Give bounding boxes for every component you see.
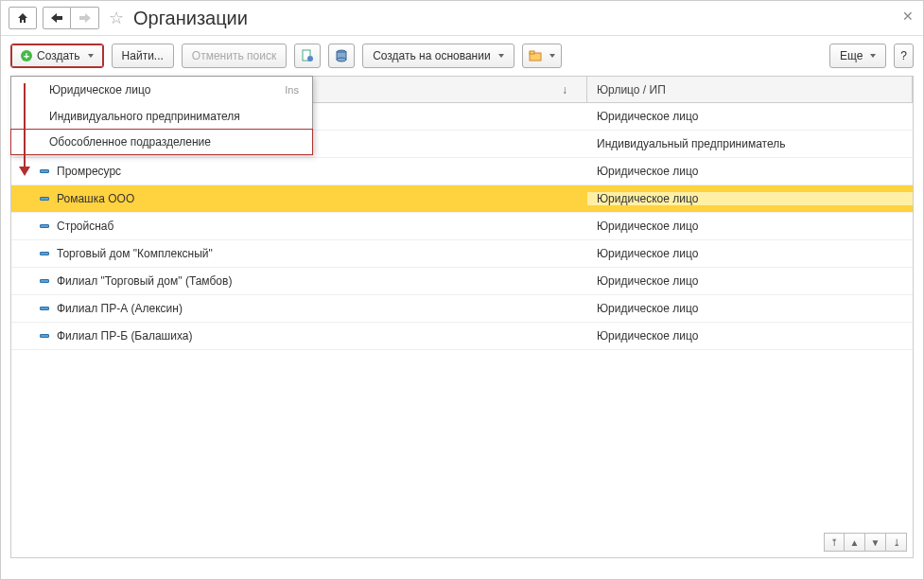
row-icon — [40, 252, 49, 255]
document-icon — [301, 49, 314, 62]
row-name-text: Филиал "Торговый дом" (Тамбов) — [57, 274, 232, 288]
cell-type: Юридическое лицо — [587, 329, 913, 343]
nav-first-button[interactable]: ⤒ — [824, 533, 845, 552]
more-label: Еще — [840, 49, 863, 62]
svg-point-1 — [307, 56, 313, 62]
favorite-icon[interactable]: ☆ — [109, 8, 124, 28]
cell-name: Филиал "Торговый дом" (Тамбов) — [11, 274, 587, 288]
cell-name: Торговый дом "Комплексный" — [11, 247, 587, 260]
cell-type: Юридическое лицо — [587, 274, 913, 288]
cell-type: Юридическое лицо — [587, 220, 913, 233]
row-icon — [40, 169, 49, 173]
svg-rect-6 — [530, 51, 534, 54]
cancel-search-button: Отменить поиск — [182, 44, 287, 68]
create-based-on-button[interactable]: Создать на основании — [362, 44, 514, 68]
menu-label: Индивидуального предпринимателя — [49, 110, 240, 123]
annotation-arrow — [24, 83, 26, 170]
sort-indicator: ↓ — [562, 83, 567, 97]
cell-type: Юридическое лицо — [587, 302, 913, 315]
cell-type: Юридическое лицо — [587, 192, 913, 205]
plus-icon: + — [21, 50, 32, 62]
row-name-text: Филиал ПР-А (Алексин) — [57, 302, 183, 315]
table-nav-buttons: ⤒ ▲ ▼ ⤓ — [824, 533, 907, 552]
table-row[interactable]: Филиал ПР-Б (Балашиха)Юридическое лицо — [11, 323, 913, 350]
arrow-right-icon — [79, 13, 91, 23]
forward-button[interactable] — [71, 7, 99, 29]
menu-item-legal-entity[interactable]: Юридическое лицо Ins — [11, 77, 312, 103]
menu-shortcut: Ins — [285, 84, 299, 96]
create-label: Создать — [37, 49, 80, 62]
home-icon — [16, 11, 29, 25]
nav-last-button[interactable]: ⤓ — [886, 533, 907, 552]
create-button[interactable]: + Создать — [10, 44, 104, 68]
row-icon — [40, 279, 49, 283]
row-name-text: Филиал ПР-Б (Балашиха) — [57, 329, 192, 343]
table-row[interactable]: Ромашка ОООЮридическое лицо — [11, 185, 913, 213]
nav-up-button[interactable]: ▲ — [845, 533, 865, 552]
table-row[interactable]: Филиал ПР-А (Алексин)Юридическое лицо — [11, 295, 913, 323]
row-icon — [40, 334, 49, 338]
cell-name: Филиал ПР-А (Алексин) — [11, 302, 587, 315]
row-name-text: Промресурс — [57, 165, 121, 178]
cell-name: Филиал ПР-Б (Балашиха) — [11, 329, 587, 343]
cell-name: Ромашка ООО — [11, 192, 587, 205]
close-button[interactable]: ✕ — [902, 9, 914, 24]
cell-name: Стройснаб — [11, 220, 587, 233]
menu-item-individual[interactable]: Индивидуального предпринимателя — [11, 103, 312, 130]
toolbar-icon-button-2[interactable] — [328, 44, 355, 68]
folder-icon — [529, 49, 542, 62]
row-name-text: Стройснаб — [57, 220, 113, 233]
toolbar-icon-button-3[interactable] — [522, 44, 562, 68]
column-header-type[interactable]: Юрлицо / ИП — [587, 77, 913, 102]
database-icon — [335, 49, 348, 62]
row-icon — [40, 197, 49, 201]
create-based-label: Создать на основании — [373, 49, 491, 62]
cell-type: Юридическое лицо — [587, 247, 913, 260]
dropdown-caret-icon — [88, 54, 94, 58]
row-name-text: Ромашка ООО — [57, 192, 134, 205]
table-row[interactable]: Торговый дом "Комплексный"Юридическое ли… — [11, 240, 913, 268]
find-button[interactable]: Найти... — [112, 44, 174, 68]
row-icon — [40, 224, 49, 228]
row-icon — [40, 307, 49, 310]
cell-type: Юридическое лицо — [587, 165, 913, 178]
dropdown-caret-icon — [549, 54, 555, 58]
help-button[interactable]: ? — [894, 44, 914, 68]
table-row[interactable]: ПромресурсЮридическое лицо — [11, 158, 913, 185]
home-button[interactable] — [9, 7, 37, 29]
svg-point-4 — [337, 58, 346, 62]
cell-type: Индивидуальный предприниматель — [587, 137, 913, 150]
header-bar: ☆ Организации ✕ — [1, 1, 923, 36]
table-body[interactable]: Юридическое лицо Юридическое лицо Индиви… — [11, 103, 913, 531]
menu-label: Юридическое лицо — [49, 83, 150, 97]
more-button[interactable]: Еще — [829, 44, 886, 68]
page-title: Организации — [133, 8, 248, 29]
arrow-left-icon — [51, 13, 62, 23]
table-row[interactable]: СтройснабЮридическое лицо — [11, 213, 913, 240]
dropdown-caret-icon — [498, 54, 504, 58]
cell-name: Промресурс — [11, 165, 587, 178]
nav-down-button[interactable]: ▼ — [865, 533, 886, 552]
annotation-arrow-head — [19, 167, 30, 176]
cell-type: Юридическое лицо — [587, 110, 913, 123]
toolbar: + Создать Найти... Отменить поиск Создат… — [1, 36, 923, 76]
back-button[interactable] — [43, 7, 71, 29]
row-name-text: Торговый дом "Комплексный" — [57, 247, 213, 260]
table-row[interactable]: Филиал "Торговый дом" (Тамбов)Юридическо… — [11, 268, 913, 295]
menu-item-separate-division[interactable]: Обособленное подразделение — [10, 129, 313, 155]
dropdown-caret-icon — [870, 54, 876, 58]
menu-label: Обособленное подразделение — [49, 135, 211, 149]
toolbar-icon-button-1[interactable] — [294, 44, 321, 68]
create-dropdown-menu: Юридическое лицо Ins Индивидуального пре… — [10, 76, 313, 155]
